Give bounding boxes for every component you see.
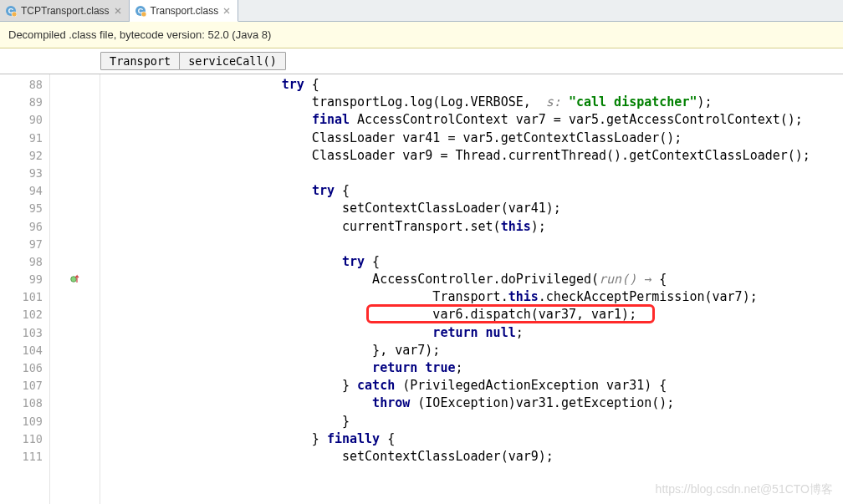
close-icon[interactable] <box>222 7 231 15</box>
line-number: 96 <box>0 218 49 236</box>
icon-gutter <box>50 74 100 504</box>
line-number: 90 <box>0 111 49 129</box>
decompile-banner: Decompiled .class file, bytecode version… <box>0 22 843 48</box>
line-number: 88 <box>0 76 49 94</box>
code-line[interactable]: } catch (PrivilegedActionException var31… <box>100 377 843 395</box>
code-line[interactable]: } finally { <box>100 430 843 448</box>
code-line[interactable]: Transport.this.checkAcceptPermission(var… <box>100 288 843 306</box>
code-line[interactable]: try { <box>100 253 843 271</box>
code-line[interactable]: final AccessControlContext var7 = var5.g… <box>100 111 843 129</box>
tab-transport-class[interactable]: C Transport.class <box>130 0 239 22</box>
code-line[interactable] <box>100 165 843 182</box>
code-line[interactable]: return null; <box>100 324 843 342</box>
code-line[interactable]: var6.dispatch(var37, var1); <box>100 306 843 323</box>
banner-text: Decompiled .class file, bytecode version… <box>8 28 271 41</box>
line-number: 103 <box>0 324 49 342</box>
line-number: 92 <box>0 147 49 165</box>
line-number: 104 <box>0 342 49 359</box>
class-file-icon: C <box>135 5 146 17</box>
line-number: 93 <box>0 165 49 182</box>
svg-point-2 <box>12 12 17 17</box>
svg-point-7 <box>141 12 146 17</box>
breadcrumb-transport[interactable]: Transport <box>100 52 180 70</box>
line-number: 110 <box>0 430 49 448</box>
code-line[interactable]: currentTransport.set(this); <box>100 218 843 236</box>
code-line[interactable]: throw (IOException)var31.getException(); <box>100 395 843 412</box>
code-line[interactable]: return true; <box>100 359 843 377</box>
close-icon[interactable] <box>114 7 122 15</box>
code-view[interactable]: try { transportLog.log(Log.VERBOSE, s: "… <box>100 74 843 504</box>
editor-area: 8889909192939495969798991011021031041061… <box>0 74 843 504</box>
code-line[interactable]: try { <box>100 76 843 94</box>
code-line[interactable]: } <box>100 413 843 430</box>
line-number: 106 <box>0 359 49 377</box>
line-number: 99 <box>0 271 49 288</box>
line-number: 102 <box>0 306 49 323</box>
tab-label: Transport.class <box>151 5 219 17</box>
code-line[interactable]: setContextClassLoader(var9); <box>100 448 843 466</box>
code-line[interactable]: setContextClassLoader(var41); <box>100 200 843 217</box>
breadcrumb-bar: TransportserviceCall() <box>0 48 843 74</box>
code-line[interactable]: }, var7); <box>100 342 843 359</box>
line-gutter: 8889909192939495969798991011021031041061… <box>0 74 50 504</box>
line-number: 91 <box>0 130 49 147</box>
code-line[interactable]: AccessController.doPrivileged(run() → { <box>100 271 843 288</box>
code-line[interactable]: transportLog.log(Log.VERBOSE, s: "call d… <box>100 94 843 111</box>
code-line[interactable] <box>100 236 843 253</box>
line-number: 94 <box>0 182 49 200</box>
line-number: 101 <box>0 288 49 306</box>
breadcrumb-servicecall-[interactable]: serviceCall() <box>179 52 286 70</box>
line-number: 98 <box>0 253 49 271</box>
line-number: 107 <box>0 377 49 395</box>
class-file-icon: C <box>5 5 17 17</box>
line-number: 95 <box>0 200 49 217</box>
code-line[interactable]: ClassLoader var41 = var5.getContextClass… <box>100 130 843 147</box>
tab-tcptransport-class[interactable]: C TCPTransport.class <box>0 0 130 21</box>
override-marker-icon[interactable] <box>70 274 80 284</box>
code-line[interactable]: ClassLoader var9 = Thread.currentThread(… <box>100 147 843 165</box>
line-number: 108 <box>0 395 49 412</box>
line-number: 111 <box>0 448 49 466</box>
editor-tabs: C TCPTransport.class C Transport.class <box>0 0 843 22</box>
line-number: 89 <box>0 94 49 111</box>
line-number: 97 <box>0 236 49 253</box>
code-line[interactable]: try { <box>100 182 843 200</box>
line-number: 109 <box>0 413 49 430</box>
tab-label: TCPTransport.class <box>21 5 110 17</box>
